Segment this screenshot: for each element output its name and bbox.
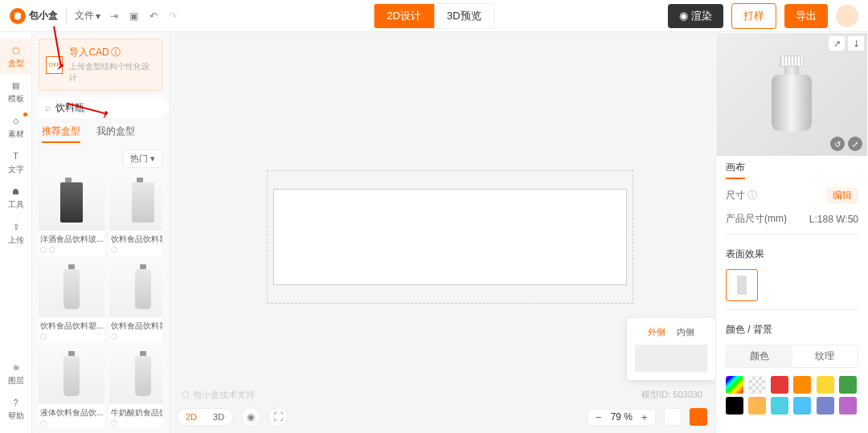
surface-thumbnail[interactable] (726, 269, 758, 301)
color-swatch[interactable] (839, 376, 857, 394)
size-label: 尺寸 ⓘ (726, 189, 757, 202)
logo-icon (10, 8, 26, 24)
sort-dropdown[interactable]: 热门 ▾ (123, 149, 162, 168)
sidebar-item-box[interactable]: ▢ 盒型 (0, 39, 32, 74)
color-swatch[interactable] (726, 397, 743, 415)
avatar[interactable] (836, 5, 858, 27)
right-panel: ↗ ⤓ ↺ ⤢ 画布 尺寸 ⓘ 编辑 产品尺寸(mm) L:188 W:50 表… (715, 32, 868, 433)
grid-icon: ▤ (10, 79, 23, 92)
thumbnail-grid: 洋酒食品饮料玻... 饮料食品饮料塑... 饮料食品饮料塑... 饮料食品饮料塑… (39, 174, 162, 427)
color-swatch[interactable] (793, 376, 811, 394)
color-swatch[interactable] (748, 376, 766, 394)
download-icon[interactable]: ⤓ (848, 36, 864, 51)
layers-icon: ≋ (10, 361, 23, 374)
sample-button[interactable]: 打样 (731, 3, 776, 29)
sidebar-item-template[interactable]: ▤ 模板 (0, 74, 32, 109)
tab-recommended[interactable]: 推荐盒型 (42, 125, 80, 143)
box-icon: ▢ (10, 43, 23, 56)
color-swatch[interactable] (726, 376, 743, 394)
surface-section-title: 表面效果 (726, 247, 858, 261)
preview-3d[interactable]: ↗ ⤓ ↺ ⤢ (715, 32, 868, 157)
model-id: 模型ID: 503030 (641, 389, 702, 401)
logo-icon: ⬡ (182, 390, 190, 400)
box-panel: DXF 导入CADⓘ 上传盒型结构个性化设计 ⌕ ✕ 推荐盒型 我的盒型 热门 … (32, 32, 169, 433)
color-swatch[interactable] (748, 397, 766, 415)
sidebar-item-tool[interactable]: ☗ 工具 (0, 180, 32, 215)
toggle-3d[interactable]: 3D (205, 409, 232, 425)
sidebar-item-material[interactable]: ◇ 素材 (0, 109, 32, 145)
product-size-label: 产品尺寸(mm) (726, 212, 787, 226)
edit-size-button[interactable]: 编辑 (826, 187, 858, 204)
bottle-3d (772, 55, 812, 131)
tab-3d[interactable]: 3D预览 (434, 4, 494, 28)
divider (726, 234, 858, 235)
redo-icon[interactable]: ↷ (169, 10, 177, 22)
fullscreen-icon[interactable]: ⤢ (848, 137, 862, 151)
fit-icon[interactable] (664, 408, 682, 426)
render-button[interactable]: ◉ 渲染 (668, 4, 723, 28)
reset-icon[interactable]: ↺ (830, 137, 845, 151)
box-thumbnail[interactable]: 饮料食品饮料塑... (109, 261, 162, 343)
popup-tab-outside[interactable]: 外侧 (648, 326, 665, 338)
save-icon[interactable]: ▣ (129, 10, 138, 22)
color-texture-segment[interactable]: 颜色 纹理 (726, 345, 858, 368)
zoom-out-button[interactable]: − (592, 411, 606, 423)
zoom-value: 79 % (611, 411, 633, 423)
seg-texture[interactable]: 纹理 (792, 345, 858, 367)
tab-2d[interactable]: 2D设计 (374, 4, 434, 28)
color-swatch[interactable] (817, 397, 834, 415)
sidebar-item-layers[interactable]: ≋ 图层 (0, 356, 32, 391)
import-icon[interactable]: ⇥ (110, 10, 118, 22)
view-toggle[interactable]: 2D设计 3D预览 (373, 3, 494, 29)
color-swatches (726, 376, 858, 415)
sidebar-item-upload[interactable]: ⇪ 上传 (0, 215, 32, 251)
text-icon: T (10, 149, 23, 162)
color-swatch[interactable] (793, 397, 811, 415)
app-logo: 包小盒 (10, 8, 58, 24)
app-name: 包小盒 (29, 9, 58, 22)
export-button[interactable]: 导出 (784, 4, 828, 28)
undo-icon[interactable]: ↶ (149, 10, 158, 22)
primary-action-icon[interactable] (690, 408, 707, 426)
side-popup: 外侧 内侧 (627, 318, 715, 380)
chevron-down-icon: ▾ (150, 153, 155, 164)
right-tab-canvas[interactable]: 画布 (726, 161, 745, 179)
toggle-2d[interactable]: 2D (178, 409, 205, 425)
search-box[interactable]: ⌕ ✕ (39, 97, 162, 118)
watermark: ⬡ 包小盒技术支持 (182, 389, 255, 401)
box-thumbnail[interactable]: 饮料食品饮料塑... (39, 261, 104, 343)
shape-icon: ◇ (10, 114, 23, 127)
color-swatch[interactable] (839, 397, 857, 415)
color-swatch[interactable] (817, 376, 834, 394)
file-menu[interactable]: 文件 ▾ (75, 9, 100, 22)
box-thumbnail[interactable]: 洋酒食品饮料玻... (39, 174, 104, 256)
popup-preview[interactable] (635, 345, 707, 372)
seg-color[interactable]: 颜色 (727, 345, 792, 367)
canvas-view-toggle[interactable]: 2D 3D (177, 408, 233, 426)
sidebar-item-text[interactable]: T 文字 (0, 145, 32, 180)
help-icon: ? (10, 396, 23, 409)
canvas-area[interactable]: ⬡ 包小盒技术支持 模型ID: 503030 外侧 内侧 2D 3D ◉ ⛶ −… (169, 32, 715, 433)
box-thumbnail[interactable]: 牛奶酸奶食品饮... (109, 348, 162, 427)
color-swatch[interactable] (771, 397, 788, 415)
eye-icon[interactable]: ◉ (241, 407, 260, 427)
popup-tab-inside[interactable]: 内侧 (677, 326, 694, 338)
info-icon: ⓘ (111, 46, 121, 59)
box-thumbnail[interactable]: 液体饮料食品饮... (39, 348, 104, 427)
color-swatch[interactable] (771, 376, 788, 394)
divider (726, 309, 858, 310)
zoom-in-button[interactable]: + (637, 411, 652, 423)
expand-icon[interactable]: ⛶ (268, 407, 288, 427)
divider (66, 10, 67, 22)
guide-lines (267, 170, 633, 304)
left-sidebar: ▢ 盒型 ▤ 模板 ◇ 素材 T 文字 ☗ 工具 ⇪ 上传 ≋ 图层 (0, 32, 32, 433)
search-icon: ⌕ (45, 102, 51, 113)
tool-icon: ☗ (10, 185, 23, 198)
camera-icon: ◉ (679, 10, 688, 22)
box-thumbnail[interactable]: 饮料食品饮料塑... (109, 174, 162, 256)
chevron-down-icon: ▾ (96, 10, 100, 22)
tab-my-boxes[interactable]: 我的盒型 (96, 125, 135, 143)
share-icon[interactable]: ↗ (829, 36, 845, 51)
sidebar-item-help[interactable]: ? 帮助 (0, 391, 32, 427)
zoom-control[interactable]: − 79 % + (588, 409, 656, 426)
